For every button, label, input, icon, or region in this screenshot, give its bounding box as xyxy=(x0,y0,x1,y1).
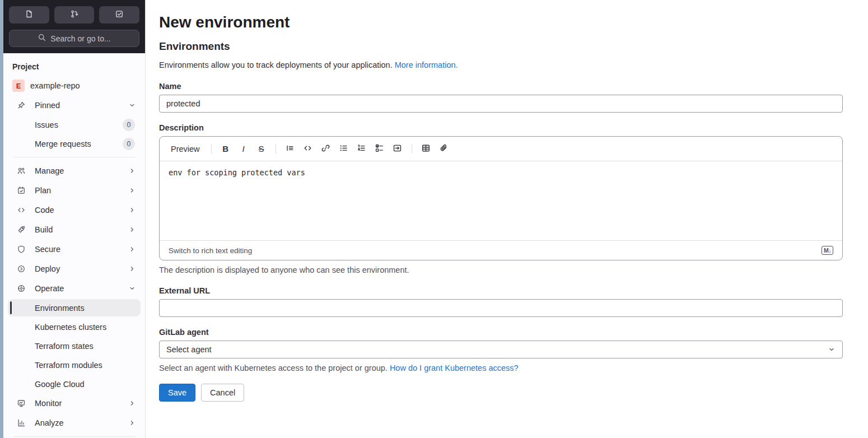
code-button[interactable] xyxy=(300,141,316,157)
sidebar-item-label: Google Cloud xyxy=(35,380,85,389)
more-information-link[interactable]: More information. xyxy=(395,60,458,69)
chevron-right-icon xyxy=(128,226,136,234)
numbered-list-button[interactable] xyxy=(353,141,370,157)
name-label: Name xyxy=(159,82,843,91)
shortcut-row xyxy=(9,6,139,24)
cancel-button[interactable]: Cancel xyxy=(201,384,244,402)
chevron-right-icon xyxy=(128,399,136,407)
table-icon xyxy=(421,143,431,155)
shield-icon xyxy=(17,245,26,254)
sidebar-divider xyxy=(13,157,135,157)
table-button[interactable] xyxy=(418,141,435,157)
chevron-down-icon xyxy=(128,285,136,292)
merge-request-icon xyxy=(70,10,79,20)
external-url-label: External URL xyxy=(159,286,843,295)
preview-button[interactable]: Preview xyxy=(165,141,206,157)
calendar-icon xyxy=(17,186,26,195)
sidebar-item-monitor[interactable]: Monitor xyxy=(8,394,141,412)
sidebar-item-terraform-modules[interactable]: Terraform modules xyxy=(8,356,141,374)
search-button[interactable]: Search or go to... xyxy=(9,30,139,47)
agent-select-value: Select agent xyxy=(166,345,212,354)
merge-requests-shortcut-button[interactable] xyxy=(54,6,95,24)
sidebar-header: Search or go to... xyxy=(3,0,145,53)
bullet-list-button[interactable] xyxy=(335,141,352,157)
agent-select[interactable]: Select agent xyxy=(159,341,843,358)
sidebar-item-label: Plan xyxy=(35,186,128,195)
strikethrough-button[interactable]: S xyxy=(253,141,270,157)
pin-icon xyxy=(17,101,26,110)
intro-text: Environments allow you to track deployme… xyxy=(159,60,843,69)
sidebar-item-label: Code xyxy=(35,206,128,215)
external-url-input[interactable] xyxy=(159,299,843,317)
page-title: New environment xyxy=(159,13,843,31)
project-name: example-repo xyxy=(30,81,80,90)
sidebar-item-secure[interactable]: Secure xyxy=(8,240,141,258)
chevron-right-icon xyxy=(128,265,136,273)
chart-icon xyxy=(17,418,26,427)
sidebar-item-label: Kubernetes clusters xyxy=(35,323,106,332)
sidebar-item-terraform-states[interactable]: Terraform states xyxy=(8,337,141,355)
chevron-right-icon xyxy=(128,187,136,194)
sidebar-item-issues[interactable]: Issues 0 xyxy=(8,116,141,133)
link-button[interactable] xyxy=(318,141,334,157)
description-label: Description xyxy=(159,123,843,132)
merge-requests-count-badge: 0 xyxy=(123,138,135,150)
code-icon xyxy=(303,143,312,155)
sidebar-item-label: Manage xyxy=(35,166,128,175)
save-button[interactable]: Save xyxy=(159,384,195,402)
description-help-text: The description is displayed to anyone w… xyxy=(159,265,843,274)
section-title: Environments xyxy=(159,40,843,53)
sidebar-item-google-cloud[interactable]: Google Cloud xyxy=(8,375,141,393)
search-label: Search or go to... xyxy=(50,34,110,43)
collapsible-section-button[interactable] xyxy=(389,141,406,157)
sidebar-item-build[interactable]: Build xyxy=(8,221,141,239)
sidebar-item-pinned[interactable]: Pinned xyxy=(8,96,141,114)
todo-check-icon xyxy=(115,10,124,20)
form-actions: Save Cancel xyxy=(159,384,843,402)
sidebar-item-project[interactable]: E example-repo xyxy=(8,77,141,95)
sidebar-item-plan[interactable]: Plan xyxy=(8,181,141,199)
screen: Search or go to... Project E example-rep… xyxy=(0,0,868,438)
code-icon xyxy=(17,206,26,215)
sidebar-item-code[interactable]: Code xyxy=(8,201,141,219)
sidebar-item-environments[interactable]: Environments xyxy=(8,299,141,316)
sidebar-item-operate[interactable]: Operate xyxy=(8,279,141,297)
sidebar-item-manage[interactable]: Manage xyxy=(8,162,141,180)
deploy-icon xyxy=(17,264,26,273)
bold-button[interactable]: B xyxy=(217,141,234,157)
description-textarea[interactable]: env for scoping protected vars xyxy=(160,161,842,240)
editor-footer: Switch to rich text editing M↓ xyxy=(160,240,842,260)
chevron-right-icon xyxy=(128,167,136,175)
sidebar-body: Project E example-repo Pinned Issues 0 M… xyxy=(3,53,145,438)
markdown-editor: Preview B I S env for xyxy=(159,136,843,260)
toolbar-divider xyxy=(412,144,412,153)
paperclip-icon xyxy=(439,143,449,155)
project-avatar: E xyxy=(12,80,25,92)
issues-shortcut-button[interactable] xyxy=(9,6,49,24)
italic-button[interactable]: I xyxy=(235,141,252,157)
switch-to-rich-text-link[interactable]: Switch to rich text editing xyxy=(169,246,252,255)
issues-count-badge: 0 xyxy=(123,119,135,131)
description-field-group: Description Preview B I S xyxy=(159,123,843,274)
attach-file-button[interactable] xyxy=(436,141,452,157)
sidebar-item-label: Pinned xyxy=(35,101,128,110)
kubernetes-access-link[interactable]: How do I grant Kubernetes access? xyxy=(390,364,519,372)
active-indicator xyxy=(10,301,12,314)
name-field-group: Name xyxy=(159,82,843,113)
task-list-button[interactable] xyxy=(371,141,388,157)
quote-icon xyxy=(285,143,295,155)
gitlab-agent-label: GitLab agent xyxy=(159,328,843,337)
sidebar-item-label: Analyze xyxy=(35,418,128,427)
sidebar-item-label: Secure xyxy=(35,245,128,254)
sidebar-item-analyze[interactable]: Analyze xyxy=(8,414,141,432)
users-icon xyxy=(17,166,26,175)
sidebar-item-merge-requests[interactable]: Merge requests 0 xyxy=(8,135,141,152)
sidebar-item-kubernetes-clusters[interactable]: Kubernetes clusters xyxy=(8,318,141,336)
chevron-down-icon xyxy=(128,101,136,109)
sidebar-divider xyxy=(13,436,135,437)
quote-button[interactable] xyxy=(282,141,298,157)
name-input[interactable] xyxy=(159,95,843,113)
sidebar-item-label: Terraform states xyxy=(35,342,94,351)
todos-shortcut-button[interactable] xyxy=(99,6,139,24)
sidebar-item-deploy[interactable]: Deploy xyxy=(8,260,141,278)
